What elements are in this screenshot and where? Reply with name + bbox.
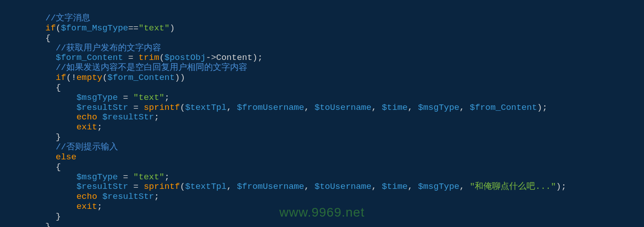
semicolon: ; bbox=[164, 93, 169, 103]
paren: ( bbox=[180, 103, 185, 113]
assign-op: = bbox=[123, 53, 138, 63]
semicolon: ; bbox=[97, 122, 102, 132]
var-texttpl: $textTpl bbox=[185, 103, 226, 113]
comment-if-not-empty: //如果发送内容不是空白回复用户相同的文字内容 bbox=[56, 63, 247, 73]
var-time: $time bbox=[382, 103, 408, 113]
var-msgtype: $msgType bbox=[76, 93, 118, 103]
sprintf-function: sprintf bbox=[144, 103, 180, 113]
exit-keyword: exit bbox=[76, 122, 97, 132]
assign: = bbox=[128, 103, 143, 113]
semicolon: ; bbox=[164, 172, 169, 182]
brace-close: } bbox=[56, 132, 61, 142]
var-tousername: $toUsername bbox=[315, 103, 371, 113]
semicolon: ; bbox=[97, 202, 102, 212]
brace-open: { bbox=[45, 33, 50, 43]
brace-close-outer: } bbox=[45, 222, 50, 227]
close-semi: ); bbox=[556, 182, 566, 192]
arrow-content: ->Content); bbox=[206, 53, 263, 63]
var-form-content: $form_Content bbox=[56, 53, 123, 63]
paren: ( bbox=[159, 53, 164, 63]
var-fromusername: $fromUsername bbox=[237, 103, 304, 113]
var-resultstr-echo-2: $resultStr bbox=[102, 192, 154, 202]
var-from-content: $from_Content bbox=[470, 103, 537, 113]
empty-function: empty bbox=[76, 73, 102, 83]
var-tousername-2: $toUsername bbox=[315, 182, 371, 192]
watermark-text: www.9969.net bbox=[280, 205, 365, 220]
comment-else-prompt: //否则提示输入 bbox=[56, 142, 118, 152]
var-resultstr-echo: $resultStr bbox=[102, 112, 154, 122]
string-chat-prompt: "和俺聊点什么吧..." bbox=[470, 182, 556, 192]
if-keyword: if bbox=[45, 23, 56, 33]
var-postobj: $postObj bbox=[164, 53, 206, 63]
paren-not: (! bbox=[66, 73, 77, 83]
paren-close: ) bbox=[170, 23, 175, 33]
else-keyword: else bbox=[56, 152, 77, 162]
string-text-3: "text" bbox=[133, 172, 164, 182]
if-keyword-2: if bbox=[56, 73, 66, 83]
comment-text-message: //文字消息 bbox=[45, 13, 90, 23]
sprintf-function-2: sprintf bbox=[144, 182, 180, 192]
echo-keyword: echo bbox=[76, 112, 97, 122]
close-parens: )) bbox=[175, 73, 185, 83]
var-resultstr-2: $resultStr bbox=[76, 182, 128, 192]
var-texttpl-2: $textTpl bbox=[185, 182, 226, 192]
assign: = bbox=[118, 93, 133, 103]
var-msgtype-2: $msgType bbox=[76, 172, 118, 182]
string-text-2: "text" bbox=[133, 93, 164, 103]
brace-close: } bbox=[56, 212, 61, 222]
comment-get-content: //获取用户发布的文字内容 bbox=[56, 43, 161, 53]
var-fromusername-2: $fromUsername bbox=[237, 182, 304, 192]
var-form-msgtype: $form_MsgType bbox=[61, 23, 128, 33]
paren: ( bbox=[180, 182, 185, 192]
semicolon: ; bbox=[154, 192, 159, 202]
var-resultstr: $resultStr bbox=[76, 103, 128, 113]
var-msgtype-arg: $msgType bbox=[418, 103, 459, 113]
brace-open: { bbox=[56, 83, 61, 93]
brace-open: { bbox=[56, 162, 61, 172]
trim-function: trim bbox=[138, 53, 159, 63]
var-msgtype-arg-2: $msgType bbox=[418, 182, 459, 192]
paren: ( bbox=[102, 73, 107, 83]
exit-keyword-2: exit bbox=[76, 202, 97, 212]
assign: = bbox=[128, 182, 143, 192]
assign: = bbox=[118, 172, 133, 182]
code-editor-content: //文字消息 if($form_MsgType=="text") { //获取用… bbox=[0, 0, 644, 227]
var-form-content-arg: $form_Content bbox=[108, 73, 175, 83]
string-text: "text" bbox=[138, 23, 169, 33]
echo-keyword-2: echo bbox=[76, 192, 97, 202]
paren-open: ( bbox=[56, 23, 61, 33]
equals-op: == bbox=[128, 23, 138, 33]
semicolon: ; bbox=[154, 112, 159, 122]
var-time-2: $time bbox=[382, 182, 408, 192]
close-semi: ); bbox=[537, 103, 547, 113]
